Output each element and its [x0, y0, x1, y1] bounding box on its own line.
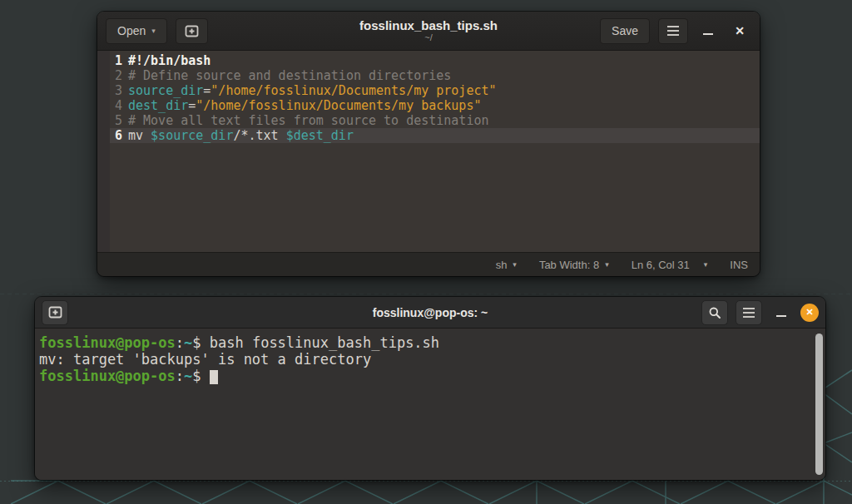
close-icon: ✕ [805, 308, 813, 317]
line-number: 5 [110, 113, 128, 128]
code-line: 5# Move all text files from source to de… [110, 113, 760, 128]
insert-mode-indicator: INS [730, 259, 748, 271]
search-button[interactable] [701, 300, 728, 325]
line-number: 3 [110, 83, 128, 98]
cursor-position[interactable]: Ln 6, Col 31 [632, 259, 690, 271]
terminal-output[interactable]: fosslinux@pop-os:~$ bash fosslinux_bash_… [35, 329, 825, 480]
code-token: # Define source and destination director… [128, 68, 451, 83]
terminal-token: mv: target 'backups' is not a directory [39, 351, 371, 368]
menu-button-terminal[interactable] [736, 300, 762, 325]
code-token: "/home/fosslinux/Documents/my project" [211, 83, 496, 98]
close-icon: ✕ [735, 25, 745, 37]
hamburger-icon [743, 312, 755, 314]
language-selector[interactable]: sh ▾ [496, 259, 517, 271]
chevron-down-icon: ▾ [605, 261, 609, 269]
open-button[interactable]: Open ▾ [106, 18, 167, 44]
terminal-token: $ [192, 368, 209, 384]
minimize-button-terminal[interactable] [770, 301, 793, 324]
language-label: sh [496, 259, 508, 271]
minimize-button[interactable] [696, 19, 720, 42]
save-button[interactable]: Save [600, 18, 650, 44]
editor-headerbar: Open ▾ fosslinux_bash_tips.sh ~/ Save [97, 12, 760, 51]
line-number: 2 [110, 68, 128, 83]
window-title: fosslinux_bash_tips.sh [359, 18, 498, 32]
code-line: 3source_dir="/home/fosslinux/Documents/m… [110, 83, 760, 98]
open-button-label: Open [117, 24, 146, 37]
terminal-window: fosslinux@pop-os: ~ ✕ fosslinux@pop-os:~… [35, 297, 825, 480]
code-line: 2# Define source and destination directo… [110, 68, 760, 83]
code-token: source_dir [128, 83, 203, 98]
editor-text-area[interactable]: 1#!/bin/bash2# Define source and destina… [97, 51, 760, 252]
code-token: /*.txt [233, 128, 285, 143]
code-token: $dest_dir [286, 128, 354, 143]
code-token: = [188, 98, 196, 113]
terminal-token: ~ [184, 334, 192, 351]
terminal-token: $ bash fosslinux_bash_tips.sh [192, 334, 439, 351]
code-area: 1#!/bin/bash2# Define source and destina… [110, 51, 760, 252]
editor-statusbar: sh ▾ Tab Width: 8 ▾ Ln 6, Col 31 ▾ INS [97, 252, 760, 276]
window-subtitle: ~/ [359, 32, 498, 43]
code-token: dest_dir [128, 98, 188, 113]
terminal-title: fosslinux@pop-os: ~ [373, 306, 488, 319]
terminal-token: : [176, 334, 184, 351]
terminal-token: fosslinux@pop-os [39, 368, 176, 384]
chevron-down-icon: ▾ [151, 27, 156, 35]
terminal-cursor [210, 370, 218, 384]
search-icon [708, 306, 721, 319]
new-tab-button[interactable] [42, 300, 68, 325]
terminal-token: : [176, 368, 184, 384]
window-title-block: fosslinux_bash_tips.sh ~/ [359, 18, 498, 43]
code-token: "/home/fosslinux/Documents/my backups" [196, 98, 481, 113]
code-token: $source_dir [151, 128, 233, 143]
chevron-down-icon: ▾ [513, 261, 517, 269]
editor-left-margin [97, 51, 110, 252]
tab-width-selector[interactable]: Tab Width: 8 ▾ [539, 259, 609, 271]
line-number: 1 [110, 53, 128, 68]
close-button-terminal[interactable]: ✕ [800, 304, 819, 322]
terminal-scrollbar[interactable] [815, 334, 823, 475]
goto-line-dropdown[interactable]: ▾ [704, 261, 708, 269]
code-token: #!/bin/bash [128, 53, 211, 68]
minimize-icon [703, 33, 713, 35]
editor-window: Open ▾ fosslinux_bash_tips.sh ~/ Save [97, 12, 760, 276]
terminal-line: fosslinux@pop-os:~$ [39, 368, 809, 384]
code-token: = [203, 83, 211, 98]
new-tab-icon [48, 306, 62, 319]
code-token: mv [128, 128, 151, 143]
close-button[interactable]: ✕ [728, 19, 751, 42]
code-line: 4dest_dir="/home/fosslinux/Documents/my … [110, 98, 760, 113]
minimize-icon [776, 315, 786, 317]
terminal-token: fosslinux@pop-os [39, 334, 176, 351]
terminal-line: fosslinux@pop-os:~$ bash fosslinux_bash_… [39, 334, 809, 351]
terminal-lines: fosslinux@pop-os:~$ bash fosslinux_bash_… [39, 334, 809, 384]
code-token: # Move all text files from source to des… [128, 113, 488, 128]
tab-width-label: Tab Width: 8 [539, 259, 599, 271]
menu-button[interactable] [658, 18, 688, 44]
terminal-headerbar: fosslinux@pop-os: ~ ✕ [35, 297, 825, 329]
line-number: 4 [110, 98, 128, 113]
terminal-token: ~ [184, 368, 192, 384]
code-line: 6mv $source_dir/*.txt $dest_dir [110, 128, 760, 143]
line-number: 6 [110, 128, 128, 143]
new-document-icon [185, 25, 199, 37]
code-line: 1#!/bin/bash [110, 53, 760, 68]
terminal-line: mv: target 'backups' is not a directory [39, 351, 809, 368]
hamburger-icon [667, 30, 679, 32]
new-document-button[interactable] [176, 18, 208, 44]
